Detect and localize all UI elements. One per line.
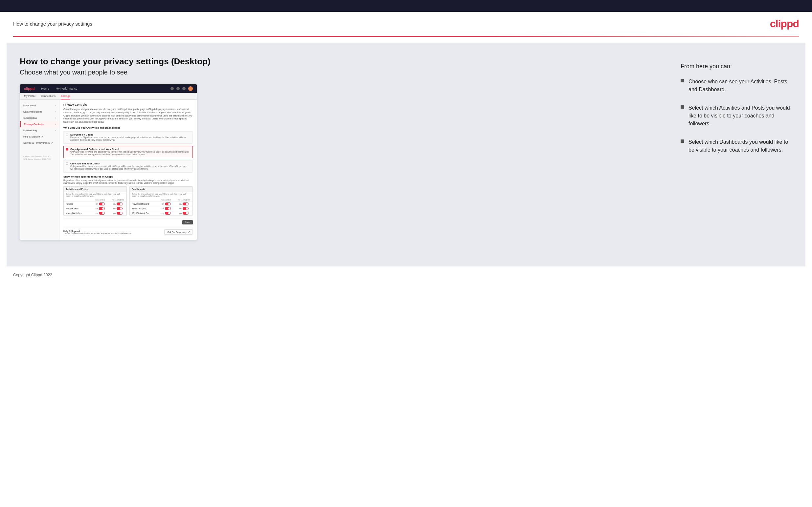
radio-dot-approved xyxy=(66,148,68,151)
toggle-manual-coaches[interactable]: ON xyxy=(94,212,107,215)
radio-everyone-label: Everyone on Clippd xyxy=(70,133,191,136)
mockup-nav: clippd Home My Performance xyxy=(20,84,197,93)
bullet-item-2: Select which Activities and Posts you wo… xyxy=(680,104,792,128)
privacy-controls-desc: Control how you and your data appears to… xyxy=(63,108,193,124)
sidebar-item-service-privacy[interactable]: Service & Privacy Policy ↗ xyxy=(20,140,59,146)
bullet-square-3 xyxy=(680,139,684,143)
toggle-tables: Activities and Posts Select the types of… xyxy=(63,186,193,216)
sidebar-item-my-account[interactable]: My Account › xyxy=(20,102,59,109)
tab-connections[interactable]: Connections xyxy=(41,95,55,100)
bullet-text-2: Select which Activities and Posts you wo… xyxy=(689,104,792,128)
bullet-text-3: Select which Dashboards you would like t… xyxy=(689,138,792,154)
help-row: Help & Support Visit our Clippd communit… xyxy=(63,227,193,237)
activities-table-header: Activities and Posts xyxy=(64,187,126,192)
header-title: How to change your privacy settings xyxy=(13,21,92,26)
grid-icon xyxy=(176,87,180,90)
visit-community-button[interactable]: Visit Our Community ↗ xyxy=(164,229,193,235)
footer-text: Copyright Clippd 2022 xyxy=(13,273,52,277)
activities-table: Activities and Posts Select the types of… xyxy=(63,186,127,216)
toggle-insights-coaches[interactable]: ON xyxy=(160,207,173,210)
toggle-work-coaches[interactable]: ON xyxy=(160,212,173,215)
toggle-work-followers[interactable]: ON xyxy=(177,212,191,215)
tab-my-profile[interactable]: My Profile xyxy=(24,95,36,100)
radio-group-visibility: Everyone on Clippd Everyone on Clippd ca… xyxy=(63,131,193,173)
dashboards-table: Dashboards Select the types of activity … xyxy=(130,186,193,216)
header-divider xyxy=(13,36,799,37)
toggle-practice-coaches[interactable]: ON xyxy=(94,207,107,210)
main-content: How to change your privacy settings (Des… xyxy=(7,43,805,267)
mockup-tabs: My Profile Connections Settings xyxy=(20,93,197,100)
tab-settings[interactable]: Settings xyxy=(61,95,70,100)
bullet-square-2 xyxy=(680,105,684,109)
toggle-row-practice-drills: Practice Drills ON ON xyxy=(64,207,126,211)
toggle-row-round-insights: Round Insights ON ON xyxy=(130,207,193,211)
external-link-icon: ↗ xyxy=(188,231,190,233)
search-icon xyxy=(170,87,174,90)
sidebar-item-privacy-controls[interactable]: Privacy Controls › xyxy=(20,121,59,127)
avatar-icon xyxy=(188,86,193,91)
left-column: How to change your privacy settings (Des… xyxy=(20,56,667,253)
radio-everyone[interactable]: Everyone on Clippd Everyone on Clippd ca… xyxy=(63,131,193,144)
page-heading: How to change your privacy settings (Des… xyxy=(20,56,667,67)
chevron-right-icon: › xyxy=(55,129,56,131)
header: How to change your privacy settings clip… xyxy=(0,12,812,36)
mockup-body: My Account › Data Integrations › Subscri… xyxy=(20,100,197,240)
bullet-text-1: Choose who can see your Activities, Post… xyxy=(689,78,792,94)
sidebar-item-data-integrations[interactable]: Data Integrations › xyxy=(20,109,59,115)
toggle-row-player-dashboard: Player Dashboard ON ON xyxy=(130,202,193,207)
sidebar-item-my-golf-bag[interactable]: My Golf Bag › xyxy=(20,127,59,133)
radio-approved-followers[interactable]: Only Approved Followers and Your Coach O… xyxy=(63,146,193,158)
bullet-item-3: Select which Dashboards you would like t… xyxy=(680,138,792,154)
toggle-manual-followers[interactable]: ON xyxy=(111,212,124,215)
dashboards-table-desc: Select the types of activity that you'd … xyxy=(130,192,193,198)
toggle-practice-followers[interactable]: ON xyxy=(111,207,124,210)
radio-only-you[interactable]: Only You and Your Coach Only you and the… xyxy=(63,160,193,173)
radio-only-you-desc: Only you and the coaches you connect wit… xyxy=(70,165,191,171)
bullet-list: Choose who can see your Activities, Post… xyxy=(680,78,792,154)
save-button[interactable]: Save xyxy=(182,220,193,224)
radio-dot-everyone xyxy=(66,133,68,136)
radio-dot-only-you xyxy=(66,162,68,165)
page-subheading: Choose what you want people to see xyxy=(20,69,667,76)
showhide-title: Show or hide specific features in Clippd xyxy=(63,175,193,178)
who-can-see-title: Who Can See Your Activities and Dashboar… xyxy=(63,126,193,129)
toggle-rounds-followers[interactable]: ON xyxy=(111,203,124,206)
help-title: Help & Support xyxy=(63,230,132,232)
mockup-nav-home: Home xyxy=(41,87,49,90)
radio-approved-label: Only Approved Followers and Your Coach xyxy=(70,148,191,151)
sidebar-item-subscription[interactable]: Subscription › xyxy=(20,115,59,121)
save-row: Save xyxy=(63,219,193,226)
logo: clippd xyxy=(770,18,799,30)
mockup-nav-performance: My Performance xyxy=(55,87,77,90)
toggle-row-rounds: Rounds ON ON xyxy=(64,202,126,207)
radio-approved-desc: Only approved followers and coaches you … xyxy=(70,151,191,156)
from-here-title: From here you can: xyxy=(680,63,792,70)
privacy-controls-title: Privacy Controls xyxy=(63,103,193,106)
mockup-main-panel: Privacy Controls Control how you and you… xyxy=(59,100,197,240)
toggle-row-what-to-work-on: What To Work On ON ON xyxy=(130,211,193,216)
footer: Copyright Clippd 2022 xyxy=(0,267,812,283)
bullet-item-1: Choose who can see your Activities, Post… xyxy=(680,78,792,94)
toggle-player-followers[interactable]: ON xyxy=(177,203,191,206)
mockup-screenshot: clippd Home My Performance My Profile Co… xyxy=(20,84,197,240)
bell-icon xyxy=(182,87,186,90)
toggle-rounds-coaches[interactable]: ON xyxy=(94,203,107,206)
chevron-right-icon: › xyxy=(55,123,56,125)
mockup-sidebar: My Account › Data Integrations › Subscri… xyxy=(20,100,59,240)
mockup-nav-icons xyxy=(170,86,193,91)
dashboards-col-headers: COACHES FOLLOWERS xyxy=(130,198,193,202)
radio-everyone-desc: Everyone on Clippd can search for you an… xyxy=(70,136,191,142)
toggle-row-manual-activities: Manual Activities ON ON xyxy=(64,211,126,216)
top-bar xyxy=(0,0,812,12)
mockup-logo: clippd xyxy=(24,87,35,91)
sidebar-item-help-support[interactable]: Help & Support ↗ xyxy=(20,133,59,140)
toggle-insights-followers[interactable]: ON xyxy=(177,207,191,210)
chevron-right-icon: › xyxy=(55,111,56,113)
showhide-desc: Regardless of the privacy controls that … xyxy=(63,179,193,185)
bullet-square-1 xyxy=(680,79,684,82)
help-desc: Visit our Clippd community to troublesho… xyxy=(63,232,132,234)
chevron-right-icon: › xyxy=(55,117,56,119)
right-column: From here you can: Choose who can see yo… xyxy=(680,56,792,253)
toggle-player-coaches[interactable]: ON xyxy=(160,203,173,206)
mockup-version: Clippd Client Version: 2022.8.2SQL Serve… xyxy=(20,153,59,163)
